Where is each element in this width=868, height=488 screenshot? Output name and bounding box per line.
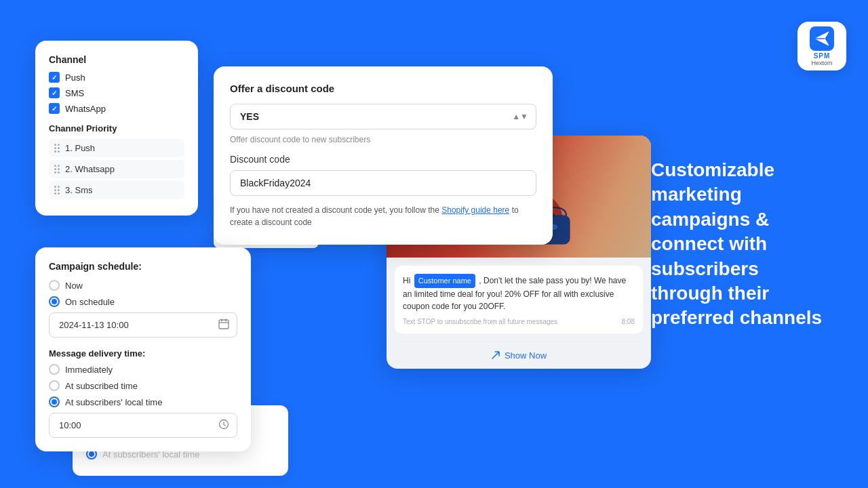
clock-icon: [218, 419, 229, 432]
date-input-wrapper[interactable]: [49, 312, 237, 338]
priority-sms-rank: 3.: [65, 185, 73, 195]
local-time-label: At subscribers' local time: [65, 397, 162, 407]
shopify-guide-link[interactable]: Shopify guide here: [441, 205, 509, 215]
schedule-card-title: Campaign schedule:: [49, 261, 237, 272]
discount-code-input[interactable]: [230, 170, 536, 196]
customer-name-tag: Customer name: [414, 274, 475, 288]
calendar-icon: [218, 319, 229, 332]
discount-card: Offer a discount code YES NO ▲▼ Offer di…: [214, 66, 553, 245]
push-label: Push: [65, 73, 85, 83]
schedule-now[interactable]: Now: [49, 280, 237, 291]
external-link-icon: [491, 350, 500, 360]
wa-timestamp: 8:08: [622, 318, 635, 325]
drag-dots-whatsapp: [54, 165, 60, 174]
wa-message-box: Hi Customer name , Don't let the sale pa…: [395, 266, 643, 333]
wa-footer: Text STOP to unsubscribe from all future…: [403, 318, 635, 325]
local-time-radio[interactable]: [49, 396, 60, 407]
priority-whatsapp-label: Whatsapp: [75, 164, 115, 174]
immediately-radio[interactable]: [49, 364, 60, 375]
plane-icon: [810, 26, 834, 51]
wa-stop-text: Text STOP to unsubscribe from all future…: [403, 318, 557, 325]
priority-push-label: Push: [75, 143, 95, 153]
immediately-label: Immediately: [65, 365, 113, 375]
priority-push-rank: 1.: [65, 143, 73, 153]
wa-message-text: Hi Customer name , Don't let the sale pa…: [403, 274, 635, 312]
whatsapp-label: WhatsApp: [65, 104, 106, 114]
discount-hint: Offer discount code to new subscribers: [230, 135, 536, 144]
subscribed-time-label: At subscribed time: [65, 381, 138, 391]
hero-text: Customizable marketing campaigns & conne…: [651, 158, 827, 331]
subscribed-time-radio[interactable]: [49, 380, 60, 391]
time-input-wrapper[interactable]: [49, 413, 237, 438]
show-now-label: Show Now: [505, 350, 547, 361]
delivery-label: Message delivery time:: [49, 348, 237, 359]
code-field-label: Discount code: [230, 154, 536, 165]
schedule-on-schedule[interactable]: On schedule: [49, 296, 237, 307]
discount-card-title: Offer a discount code: [230, 83, 536, 94]
delivery-immediately[interactable]: Immediately: [49, 364, 237, 375]
sms-checkbox[interactable]: [49, 87, 60, 98]
yes-no-select-wrapper[interactable]: YES NO ▲▼: [230, 104, 536, 129]
priority-push[interactable]: 1. Push: [49, 139, 184, 157]
on-schedule-label: On schedule: [65, 297, 115, 307]
now-label: Now: [65, 281, 83, 291]
date-input[interactable]: [49, 312, 237, 338]
whatsapp-checkbox[interactable]: [49, 103, 60, 114]
priority-sms-label: Sms: [75, 185, 92, 195]
priority-sms[interactable]: 3. Sms: [49, 181, 184, 199]
drag-dots-sms: [54, 186, 60, 195]
yes-no-select[interactable]: YES NO: [230, 104, 536, 129]
time-input[interactable]: [49, 413, 237, 438]
drag-dots-push: [54, 144, 60, 152]
delivery-local-time[interactable]: At subscribers' local time: [49, 396, 237, 407]
channel-priority-section: Channel Priority 1. Push 2. Whatsapp 3. …: [49, 123, 184, 199]
priority-whatsapp[interactable]: 2. Whatsapp: [49, 160, 184, 178]
push-checkbox[interactable]: [49, 72, 60, 83]
channel-card: Channel Push SMS WhatsApp Channel Priori…: [35, 41, 198, 216]
spm-brand: SPM: [814, 52, 831, 60]
channel-sms[interactable]: SMS: [49, 87, 184, 98]
sms-label: SMS: [65, 88, 84, 98]
show-now-button[interactable]: Show Now: [387, 342, 651, 369]
channel-section-label: Channel: [49, 54, 184, 65]
spm-logo: SPM Hextom: [797, 22, 846, 70]
priority-section-label: Channel Priority: [49, 123, 184, 134]
shopify-guide-text: If you have not created a discount code …: [230, 204, 536, 228]
channel-whatsapp[interactable]: WhatsApp: [49, 103, 184, 114]
channel-push[interactable]: Push: [49, 72, 184, 83]
hextom-label: Hextom: [811, 60, 832, 66]
svg-rect-1: [219, 320, 229, 329]
priority-whatsapp-rank: 2.: [65, 164, 73, 174]
schedule-card: Campaign schedule: Now On schedule Messa…: [35, 247, 251, 451]
delivery-subscribed-time[interactable]: At subscribed time: [49, 380, 237, 391]
wa-hi: Hi: [403, 276, 410, 285]
now-radio[interactable]: [49, 280, 60, 291]
on-schedule-radio[interactable]: [49, 296, 60, 307]
